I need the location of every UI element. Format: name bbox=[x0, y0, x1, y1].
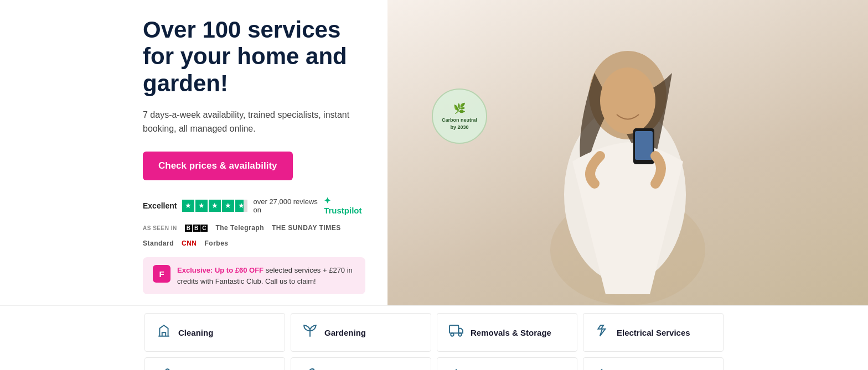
star-4: ★ bbox=[222, 200, 234, 212]
as-seen-label: AS SEEN IN bbox=[143, 225, 177, 231]
standard-logo: Standard bbox=[143, 239, 174, 247]
woman-svg bbox=[462, 0, 794, 305]
bbc-b: B bbox=[185, 225, 192, 232]
hero-title: Over 100 services for your home and gard… bbox=[143, 17, 365, 97]
removals-icon bbox=[448, 324, 464, 341]
star-2: ★ bbox=[195, 200, 208, 212]
svg-point-7 bbox=[451, 333, 453, 336]
star-5: ★ bbox=[235, 200, 247, 212]
star-1: ★ bbox=[182, 200, 194, 212]
bbc-logo: B B C bbox=[185, 225, 208, 232]
svg-point-8 bbox=[458, 333, 461, 336]
as-seen-in: AS SEEN IN B B C The Telegraph THE SUNDA… bbox=[143, 224, 365, 247]
promo-banner: F Exclusive: Up to £60 OFF selected serv… bbox=[143, 257, 365, 294]
trustpilot-count: over 27,000 reviews on bbox=[253, 197, 318, 214]
forbes-logo: Forbes bbox=[205, 239, 229, 247]
service-card-plumbing[interactable]: Plumbing bbox=[144, 357, 285, 370]
service-card-cleaning[interactable]: Cleaning bbox=[144, 313, 285, 352]
cta-button[interactable]: Check prices & availability bbox=[143, 152, 293, 180]
gardening-label: Gardening bbox=[324, 328, 366, 337]
promo-text: Exclusive: Up to £60 OFF selected servic… bbox=[177, 265, 355, 286]
promo-bold: Exclusive: Up to £60 OFF bbox=[177, 266, 264, 274]
sunday-times-logo: THE SUNDAY TIMES bbox=[272, 224, 341, 232]
bbc-b2: B bbox=[193, 225, 200, 232]
cleaning-label: Cleaning bbox=[178, 328, 213, 337]
service-card-pest[interactable]: Pest Control bbox=[437, 357, 577, 370]
star-3: ★ bbox=[209, 200, 221, 212]
services-section: Cleaning Gardening bbox=[0, 305, 868, 370]
svg-rect-5 bbox=[635, 131, 653, 160]
hero-image: 🌿 Carbon neutral by 2030 bbox=[388, 0, 868, 305]
pest-icon bbox=[448, 368, 464, 370]
top-section: Over 100 services for your home and gard… bbox=[0, 0, 868, 305]
telegraph-logo: The Telegraph bbox=[215, 224, 264, 232]
service-card-trades[interactable]: Trades and Odd jobs bbox=[291, 357, 431, 370]
carbon-line2: by 2030 bbox=[450, 124, 468, 131]
trustpilot-logo: ✦ Trustpilot bbox=[324, 196, 365, 215]
service-card-removals[interactable]: Removals & Storage bbox=[437, 313, 577, 352]
trades-icon bbox=[302, 368, 318, 370]
right-panel: 🌿 Carbon neutral by 2030 bbox=[388, 0, 868, 305]
service-card-gardening[interactable]: Gardening bbox=[291, 313, 431, 352]
left-panel: Over 100 services for your home and gard… bbox=[0, 0, 388, 305]
plumbing-icon bbox=[156, 368, 172, 370]
carbon-line1: Carbon neutral bbox=[442, 117, 477, 124]
cleaning-icon bbox=[156, 324, 172, 341]
removals-label: Removals & Storage bbox=[471, 328, 551, 337]
svg-rect-6 bbox=[450, 325, 458, 333]
bbc-c: C bbox=[200, 225, 208, 232]
cnn-logo: CNN bbox=[182, 239, 197, 247]
carbon-badge: 🌿 Carbon neutral by 2030 bbox=[432, 88, 487, 144]
service-card-electrical[interactable]: Electrical Services bbox=[583, 313, 724, 352]
services-row-1: Cleaning Gardening bbox=[143, 311, 725, 353]
trustpilot-row: Excellent ★ ★ ★ ★ ★ over 27,000 reviews … bbox=[143, 196, 365, 215]
services-rows: Cleaning Gardening bbox=[143, 311, 725, 370]
services-row-2: Plumbing Trades and Odd jobs bbox=[143, 356, 725, 370]
hero-subtitle: 7 days-a-week availability, trained spec… bbox=[143, 108, 365, 136]
svg-point-3 bbox=[600, 67, 655, 134]
page-wrapper: Over 100 services for your home and gard… bbox=[0, 0, 868, 370]
landscaping-icon bbox=[595, 368, 610, 370]
trustpilot-excellent: Excellent bbox=[143, 201, 177, 210]
electrical-label: Electrical Services bbox=[617, 328, 690, 337]
gardening-icon bbox=[302, 324, 318, 341]
service-card-landscaping[interactable]: Landscaping bbox=[583, 357, 724, 370]
leaf-icon: 🌿 bbox=[453, 102, 466, 116]
electrical-icon bbox=[595, 324, 610, 341]
trustpilot-stars: ★ ★ ★ ★ ★ bbox=[182, 200, 247, 212]
promo-icon: F bbox=[153, 265, 170, 283]
